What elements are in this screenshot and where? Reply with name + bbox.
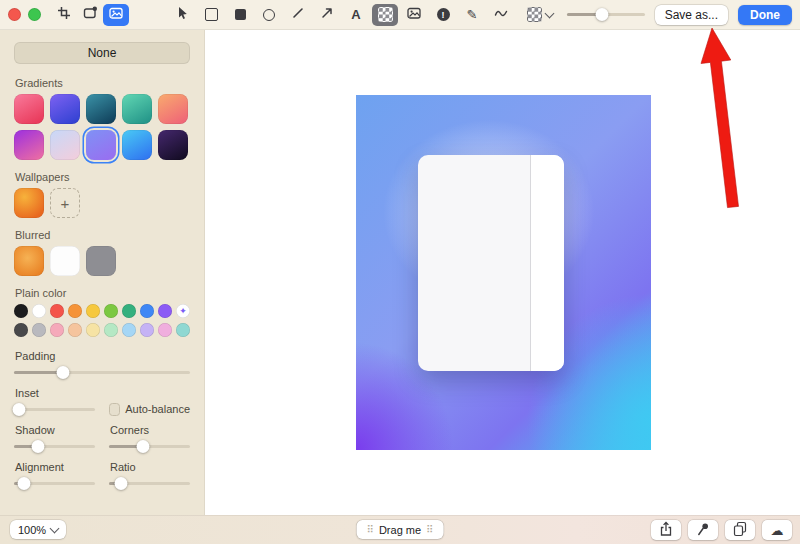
rectangle-filled-icon bbox=[235, 9, 246, 20]
exclamation-badge-icon: ! bbox=[437, 8, 450, 21]
arrow-tool[interactable] bbox=[314, 4, 340, 26]
color-dot[interactable] bbox=[86, 304, 100, 318]
color-dot[interactable] bbox=[14, 323, 28, 337]
padding-slider[interactable] bbox=[14, 365, 190, 379]
corners-slider[interactable] bbox=[109, 439, 190, 453]
gradient-swatch[interactable] bbox=[86, 94, 116, 124]
gradient-swatch[interactable] bbox=[86, 130, 116, 160]
share-button[interactable] bbox=[651, 520, 681, 540]
screenshot-preview[interactable] bbox=[356, 95, 651, 450]
text-tool[interactable]: A bbox=[343, 4, 369, 26]
zoom-window-button[interactable] bbox=[28, 8, 41, 21]
inset-slider[interactable] bbox=[14, 402, 95, 416]
pencil-tool[interactable]: ✎ bbox=[459, 4, 485, 26]
preview-card-divider bbox=[530, 155, 531, 371]
canvas[interactable] bbox=[206, 30, 800, 516]
pointer-tool[interactable] bbox=[169, 4, 195, 26]
shadow-slider[interactable] bbox=[14, 439, 95, 453]
color-dot[interactable] bbox=[122, 304, 136, 318]
none-button[interactable]: None bbox=[14, 42, 190, 64]
pointer-icon bbox=[175, 6, 189, 23]
crop-button[interactable] bbox=[51, 4, 77, 26]
color-dot[interactable] bbox=[140, 304, 154, 318]
pin-button[interactable] bbox=[688, 520, 718, 540]
checkerboard-icon bbox=[378, 7, 393, 22]
color-dot[interactable] bbox=[122, 323, 136, 337]
gradient-swatch[interactable] bbox=[158, 94, 188, 124]
copy-icon bbox=[733, 521, 747, 540]
overlay-badge-icon bbox=[83, 6, 97, 23]
toolbar-right-cluster: Save as... Done bbox=[523, 4, 792, 26]
chevron-down-icon bbox=[544, 8, 554, 18]
color-dot[interactable] bbox=[68, 304, 82, 318]
gradient-swatch[interactable] bbox=[50, 130, 80, 160]
alignment-slider[interactable] bbox=[14, 476, 95, 490]
preview-card bbox=[418, 155, 564, 371]
blurred-swatch[interactable] bbox=[50, 246, 80, 276]
image-tool[interactable] bbox=[401, 4, 427, 26]
gradient-swatch[interactable] bbox=[50, 94, 80, 124]
status-bar: 100% ⠿ Drag me ⠿ ☁ bbox=[0, 515, 800, 544]
blurred-swatch[interactable] bbox=[14, 246, 44, 276]
color-dot[interactable] bbox=[176, 323, 190, 337]
color-dot[interactable] bbox=[14, 304, 28, 318]
color-dot[interactable]: ✦ bbox=[176, 304, 190, 318]
cloud-upload-button[interactable]: ☁ bbox=[762, 520, 792, 540]
toolbar-slider[interactable] bbox=[567, 8, 645, 22]
save-as-button[interactable]: Save as... bbox=[655, 5, 728, 25]
color-dot[interactable] bbox=[140, 323, 154, 337]
freehand-tool[interactable] bbox=[488, 4, 514, 26]
gradient-swatch[interactable] bbox=[122, 130, 152, 160]
color-dot[interactable] bbox=[86, 323, 100, 337]
preview-card-right-pane bbox=[531, 155, 564, 371]
gradients-label: Gradients bbox=[15, 77, 190, 89]
color-dot[interactable] bbox=[104, 323, 118, 337]
cloud-icon: ☁ bbox=[771, 523, 784, 538]
blurred-row bbox=[14, 246, 190, 276]
drag-me-label: Drag me bbox=[379, 524, 421, 536]
color-dot[interactable] bbox=[158, 323, 172, 337]
color-dot[interactable] bbox=[50, 304, 64, 318]
color-dot[interactable] bbox=[158, 304, 172, 318]
overlay-badge-button[interactable] bbox=[77, 4, 103, 26]
color-dot[interactable] bbox=[68, 323, 82, 337]
plain-color-label: Plain color bbox=[15, 287, 190, 299]
auto-balance-checkbox[interactable] bbox=[109, 403, 120, 416]
background-tool-button[interactable] bbox=[103, 4, 129, 26]
color-dot[interactable] bbox=[104, 304, 118, 318]
bottom-actions: ☁ bbox=[651, 520, 792, 540]
color-dot[interactable] bbox=[32, 304, 46, 318]
rectangle-tool[interactable] bbox=[198, 4, 224, 26]
filled-rectangle-tool[interactable] bbox=[227, 4, 253, 26]
gradient-swatch[interactable] bbox=[14, 130, 44, 160]
callout-tool[interactable]: ! bbox=[430, 4, 456, 26]
corners-label: Corners bbox=[110, 424, 190, 436]
wallpaper-swatch[interactable] bbox=[14, 188, 44, 218]
drag-me-handle[interactable]: ⠿ Drag me ⠿ bbox=[357, 520, 444, 539]
add-wallpaper-button[interactable]: + bbox=[50, 188, 80, 218]
zoom-value: 100% bbox=[18, 524, 46, 536]
toolbar: A ! ✎ Save as... Done bbox=[0, 0, 800, 30]
plain-color-grid: ✦ bbox=[14, 304, 190, 337]
copy-button[interactable] bbox=[725, 520, 755, 540]
background-image-icon bbox=[109, 6, 123, 23]
pencil-icon: ✎ bbox=[467, 7, 478, 22]
transparency-tool[interactable] bbox=[372, 4, 398, 26]
padding-label: Padding bbox=[15, 350, 190, 362]
color-dot[interactable] bbox=[50, 323, 64, 337]
sidebar: None Gradients Wallpapers + Blurred Plai… bbox=[0, 30, 205, 516]
color-dot[interactable] bbox=[32, 323, 46, 337]
ellipse-tool[interactable] bbox=[256, 4, 282, 26]
done-button[interactable]: Done bbox=[738, 5, 792, 25]
zoom-dropdown[interactable]: 100% bbox=[10, 520, 66, 539]
gradient-swatch[interactable] bbox=[158, 130, 188, 160]
line-tool[interactable] bbox=[285, 4, 311, 26]
gradient-swatch[interactable] bbox=[122, 94, 152, 124]
close-window-button[interactable] bbox=[8, 8, 21, 21]
app-window: A ! ✎ Save as... Done None Gradie bbox=[0, 0, 800, 544]
gradient-swatch[interactable] bbox=[14, 94, 44, 124]
ratio-slider[interactable] bbox=[109, 476, 190, 490]
pattern-dropdown[interactable] bbox=[523, 4, 557, 26]
blurred-swatch[interactable] bbox=[86, 246, 116, 276]
grip-icon: ⠿ bbox=[426, 524, 433, 535]
